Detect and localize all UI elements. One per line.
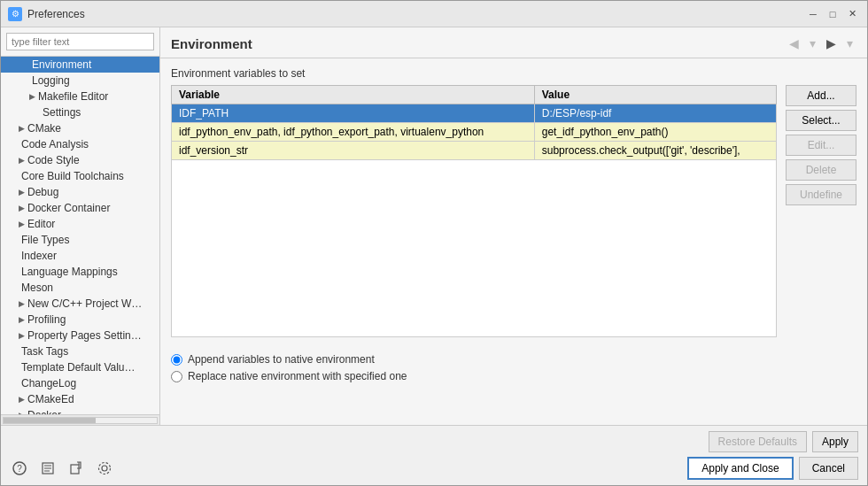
restore-defaults-button[interactable]: Restore Defaults xyxy=(709,431,807,452)
sidebar-item-template[interactable]: Template Default Valu… xyxy=(1,359,159,375)
apply-button[interactable]: Apply xyxy=(812,431,858,452)
sidebar-item-task-tags[interactable]: Task Tags xyxy=(1,343,159,359)
var-cell: idf_version_str xyxy=(172,142,535,160)
bottom-row2: ? xyxy=(10,457,858,480)
window-controls: ─ □ ✕ xyxy=(805,6,860,22)
search-input[interactable] xyxy=(6,33,154,50)
sidebar-item-indexer[interactable]: Indexer xyxy=(1,248,159,264)
bottom-actions: Apply and Close Cancel xyxy=(687,457,858,480)
titlebar: ⚙ Preferences ─ □ ✕ xyxy=(1,1,867,27)
radio-replace-input[interactable] xyxy=(171,371,182,382)
radio-append-input[interactable] xyxy=(171,354,182,366)
env-table-area: Variable Value IDF_PATH D:/ESP/esp-idf xyxy=(171,85,856,344)
main-content: Environment Logging ▶ Makefile Editor Se… xyxy=(1,27,867,425)
minimize-button[interactable]: ─ xyxy=(805,6,821,22)
bottom-icons: ? xyxy=(10,459,114,478)
hscroll-track xyxy=(3,417,158,424)
hscroll-thumb xyxy=(4,418,96,423)
bottom-bar: Restore Defaults Apply ? xyxy=(1,425,867,485)
preferences-window: ⚙ Preferences ─ □ ✕ Environment Log xyxy=(0,0,868,486)
sidebar-item-file-types[interactable]: File Types xyxy=(1,232,159,248)
nav-buttons: ◀ ▾ ▶ ▾ xyxy=(786,35,856,52)
tree-arrow: ▶ xyxy=(19,331,25,340)
tree-arrow: ▶ xyxy=(29,92,35,101)
svg-point-9 xyxy=(99,463,111,474)
tree-arrow: ▶ xyxy=(19,188,25,197)
table-row[interactable]: idf_version_str subprocess.check_output(… xyxy=(172,142,777,160)
table-row[interactable]: idf_python_env_path, idf_python_export_p… xyxy=(172,123,777,142)
val-cell: subprocess.check_output(['git', 'describ… xyxy=(534,142,776,160)
col-value: Value xyxy=(534,86,776,104)
sidebar-item-settings[interactable]: Settings xyxy=(1,104,159,120)
sidebar-item-meson[interactable]: Meson xyxy=(1,280,159,296)
panel-body: Environment variables to set Variable Va… xyxy=(160,58,867,425)
table-row[interactable]: IDF_PATH D:/ESP/esp-idf xyxy=(172,104,777,123)
sidebar-item-debug[interactable]: ▶ Debug xyxy=(1,184,159,200)
sidebar-item-cmakeed[interactable]: ▶ CMakeEd xyxy=(1,391,159,407)
radio-group: Append variables to native environment R… xyxy=(171,353,856,382)
sidebar-item-cmake[interactable]: ▶ CMake xyxy=(1,120,159,136)
tree-arrow: ▶ xyxy=(19,124,25,133)
sidebar-item-logging[interactable]: Logging xyxy=(1,73,159,89)
delete-button[interactable]: Delete xyxy=(786,159,856,181)
sidebar-item-property-pages[interactable]: ▶ Property Pages Settin… xyxy=(1,328,159,343)
sidebar-item-core-build[interactable]: Core Build Toolchains xyxy=(1,168,159,184)
select-button[interactable]: Select... xyxy=(786,110,856,131)
var-cell: IDF_PATH xyxy=(172,104,535,123)
close-button[interactable]: ✕ xyxy=(844,6,860,22)
sidebar-item-code-style[interactable]: ▶ Code Style xyxy=(1,152,159,168)
panel-header: Environment ◀ ▾ ▶ ▾ xyxy=(160,27,867,58)
bottom-row1: Restore Defaults Apply xyxy=(10,431,858,452)
undefine-button[interactable]: Undefine xyxy=(786,184,856,205)
settings-icon[interactable] xyxy=(95,459,114,478)
right-panel: Environment ◀ ▾ ▶ ▾ Environment variable… xyxy=(160,27,867,425)
apply-and-close-button[interactable]: Apply and Close xyxy=(687,457,793,480)
window-title: Preferences xyxy=(27,8,805,20)
nav-forward-dropdown-button[interactable]: ▾ xyxy=(843,35,856,52)
env-table: Variable Value IDF_PATH D:/ESP/esp-idf xyxy=(171,85,777,337)
sidebar-item-docker[interactable]: ▶ Docker xyxy=(1,407,159,414)
cancel-button[interactable]: Cancel xyxy=(799,457,858,480)
radio-append[interactable]: Append variables to native environment xyxy=(171,353,856,366)
search-area xyxy=(1,27,159,57)
nav-back-button[interactable]: ◀ xyxy=(786,35,802,52)
svg-rect-6 xyxy=(71,465,79,474)
nav-dropdown-button[interactable]: ▾ xyxy=(806,35,819,52)
env-table-wrapper: Variable Value IDF_PATH D:/ESP/esp-idf xyxy=(171,85,777,344)
val-cell: D:/ESP/esp-idf xyxy=(534,104,776,123)
help-icon[interactable]: ? xyxy=(10,459,29,478)
svg-text:?: ? xyxy=(17,464,22,474)
tree-arrow: ▶ xyxy=(19,395,25,404)
var-cell: idf_python_env_path, idf_python_export_p… xyxy=(172,123,535,142)
tree-arrow: ▶ xyxy=(19,315,25,324)
sidebar-item-changelog[interactable]: ChangeLog xyxy=(1,375,159,391)
sidebar-hscroll[interactable] xyxy=(1,414,159,425)
nav-forward-button[interactable]: ▶ xyxy=(823,35,840,52)
tree-arrow: ▶ xyxy=(19,204,25,212)
tree-arrow: ▶ xyxy=(19,156,25,165)
tree: Environment Logging ▶ Makefile Editor Se… xyxy=(1,57,159,414)
maximize-button[interactable]: □ xyxy=(825,6,841,22)
tree-arrow: ▶ xyxy=(19,220,25,228)
sidebar-item-environment[interactable]: Environment xyxy=(1,57,159,73)
import-icon[interactable] xyxy=(66,459,86,478)
sidebar-item-profiling[interactable]: ▶ Profiling xyxy=(1,312,159,328)
sidebar: Environment Logging ▶ Makefile Editor Se… xyxy=(1,27,160,425)
sidebar-item-new-cpp[interactable]: ▶ New C/C++ Project W… xyxy=(1,296,159,312)
edit-button[interactable]: Edit... xyxy=(786,135,856,156)
tree-arrow: ▶ xyxy=(19,299,25,308)
sidebar-item-code-analysis[interactable]: Code Analysis xyxy=(1,136,159,152)
panel-title: Environment xyxy=(171,36,252,51)
radio-replace[interactable]: Replace native environment with specifie… xyxy=(171,370,856,382)
side-buttons: Add... Select... Edit... Delete Undefine xyxy=(786,85,856,205)
svg-point-8 xyxy=(102,466,107,471)
app-icon: ⚙ xyxy=(8,7,22,21)
add-button[interactable]: Add... xyxy=(786,85,856,106)
sidebar-item-makefile-editor[interactable]: ▶ Makefile Editor xyxy=(1,89,159,104)
sidebar-item-editor[interactable]: ▶ Editor xyxy=(1,216,159,232)
table-row-empty xyxy=(172,160,777,337)
sidebar-item-docker-container[interactable]: ▶ Docker Container xyxy=(1,200,159,216)
col-variable: Variable xyxy=(172,86,535,104)
export-icon[interactable] xyxy=(38,459,58,478)
sidebar-item-language-mappings[interactable]: Language Mappings xyxy=(1,264,159,280)
